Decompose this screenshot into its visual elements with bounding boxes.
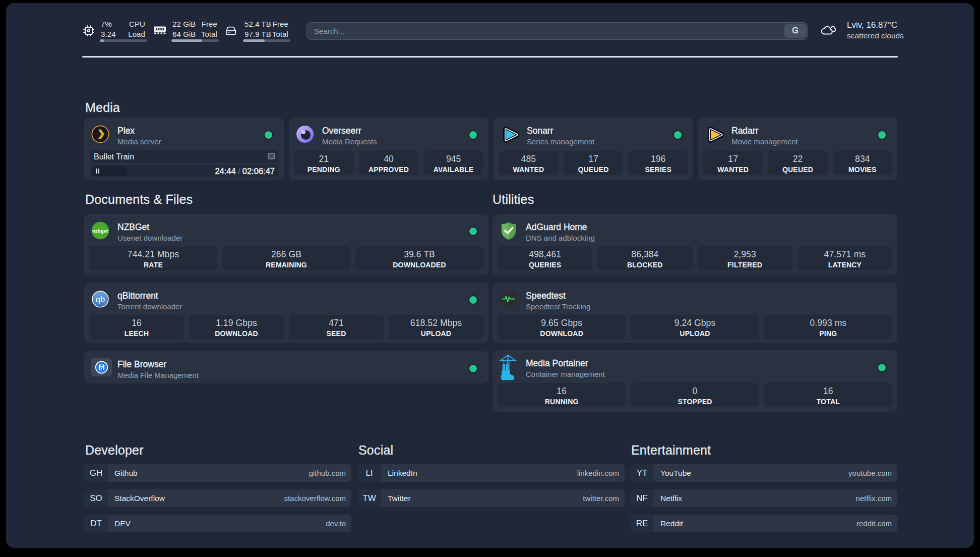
svg-text:nzbget: nzbget: [92, 228, 108, 234]
svg-text:qb: qb: [96, 295, 105, 304]
